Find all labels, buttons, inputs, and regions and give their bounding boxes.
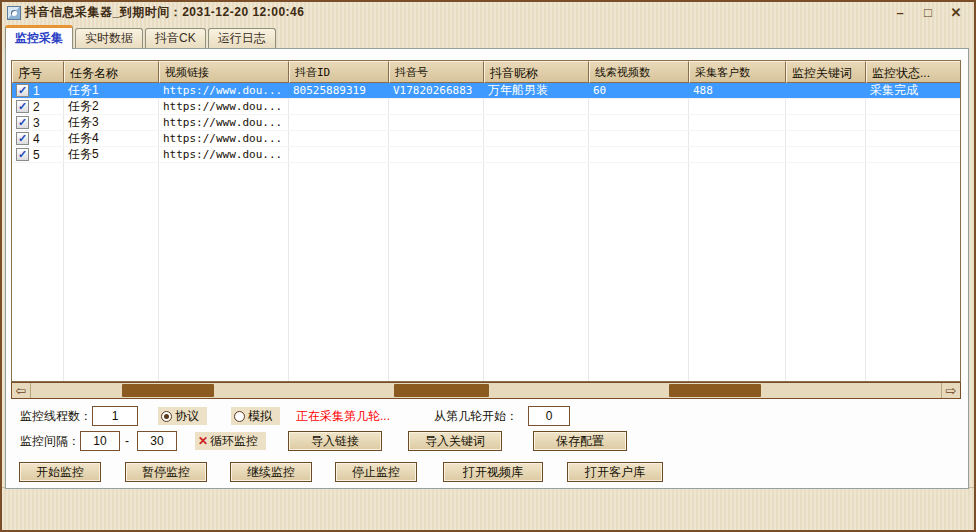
scroll-right-icon[interactable]: ⇨: [941, 383, 960, 398]
col-header-nickname[interactable]: 抖音昵称: [484, 61, 589, 83]
table-cell: [689, 115, 786, 130]
title-bar[interactable]: 抖音信息采集器_到期时间：2031-12-20 12:00:46 – □ ✕: [2, 2, 974, 23]
table-cell: [589, 131, 689, 146]
protocol-radio-option[interactable]: 协议: [158, 407, 207, 425]
scrollbar-thumb[interactable]: [394, 384, 489, 397]
table-cell: [589, 147, 689, 162]
table-row[interactable]: ✓4任务4https://www.dou...: [12, 131, 960, 147]
protocol-label: 协议: [175, 408, 199, 425]
app-window: 抖音信息采集器_到期时间：2031-12-20 12:00:46 – □ ✕ 监…: [0, 0, 976, 532]
simulate-label: 模拟: [248, 408, 272, 425]
scroll-left-icon[interactable]: ⇦: [12, 383, 31, 398]
maximize-icon[interactable]: □: [920, 5, 936, 20]
table-cell: [786, 147, 866, 162]
loop-monitor-x-icon: ✕: [198, 434, 208, 448]
row-checkbox[interactable]: ✓: [16, 116, 29, 129]
table-cell: 采集完成: [866, 83, 960, 98]
import-links-button[interactable]: 导入链接: [288, 431, 382, 451]
open-customer-library-button[interactable]: 打开客户库: [567, 462, 663, 482]
table-cell: [589, 115, 689, 130]
col-header-keywords[interactable]: 监控关键词: [786, 61, 866, 83]
interval-from-input[interactable]: [80, 431, 120, 451]
row-index: 3: [33, 116, 40, 130]
task-table: 序号 任务名称 视频链接 抖音ID 抖音号 抖音昵称 线索视频数 采集客户数 监…: [11, 60, 961, 382]
table-row[interactable]: ✓5任务5https://www.dou...: [12, 147, 960, 163]
col-header-customers[interactable]: 采集客户数: [689, 61, 786, 83]
simulate-radio-icon[interactable]: [234, 411, 245, 422]
table-cell: [786, 115, 866, 130]
table-body: ✓1任务1https://www.dou...80525889319V17820…: [12, 83, 960, 163]
table-cell: https://www.dou...: [159, 115, 289, 130]
table-cell: ✓5: [12, 147, 64, 162]
save-config-button[interactable]: 保存配置: [533, 431, 627, 451]
table-cell: [289, 99, 389, 114]
tab-realtime-data[interactable]: 实时数据: [75, 28, 143, 48]
tab-monitor-collect[interactable]: 监控采集: [5, 25, 73, 49]
interval-settings-row: 监控间隔： - ✕ 循环监控 导入链接 导入关键词 保存配置: [20, 430, 964, 452]
tab-page-monitor-collect: 序号 任务名称 视频链接 抖音ID 抖音号 抖音昵称 线索视频数 采集客户数 监…: [5, 48, 969, 489]
table-cell: [484, 131, 589, 146]
table-cell: 任务2: [64, 99, 159, 114]
table-cell: [389, 99, 484, 114]
table-row[interactable]: ✓1任务1https://www.dou...80525889319V17820…: [12, 83, 960, 99]
tab-run-log[interactable]: 运行日志: [208, 28, 276, 48]
scrollbar-track[interactable]: [31, 383, 941, 398]
table-cell: V17820266883: [389, 83, 484, 98]
row-index: 2: [33, 100, 40, 114]
table-cell: [389, 115, 484, 130]
table-row[interactable]: ✓3任务3https://www.dou...: [12, 115, 960, 131]
table-cell: 任务1: [64, 83, 159, 98]
table-cell: [866, 99, 960, 114]
row-checkbox[interactable]: ✓: [16, 100, 29, 113]
interval-to-input[interactable]: [137, 431, 177, 451]
table-row[interactable]: ✓2任务2https://www.dou...: [12, 99, 960, 115]
table-cell: 488: [689, 83, 786, 98]
close-icon[interactable]: ✕: [948, 5, 964, 20]
tab-douyin-ck[interactable]: 抖音CK: [145, 28, 206, 48]
row-checkbox[interactable]: ✓: [16, 84, 29, 97]
protocol-radio-icon[interactable]: [161, 411, 172, 422]
thread-count-label: 监控线程数：: [20, 408, 92, 425]
loop-monitor-checkbox[interactable]: ✕ 循环监控: [195, 432, 266, 450]
simulate-radio-option[interactable]: 模拟: [231, 407, 280, 425]
import-keywords-button[interactable]: 导入关键词: [408, 431, 502, 451]
col-header-lead-videos[interactable]: 线索视频数: [589, 61, 689, 83]
col-header-douyin-no[interactable]: 抖音号: [389, 61, 484, 83]
col-header-video-link[interactable]: 视频链接: [159, 61, 289, 83]
table-cell: 万年船男装: [484, 83, 589, 98]
table-cell: https://www.dou...: [159, 147, 289, 162]
start-round-label: 从第几轮开始：: [434, 408, 518, 425]
row-checkbox[interactable]: ✓: [16, 132, 29, 145]
table-cell: [484, 115, 589, 130]
row-index: 4: [33, 132, 40, 146]
horizontal-scrollbar[interactable]: ⇦ ⇨: [11, 382, 961, 399]
start-round-input[interactable]: [528, 406, 570, 426]
col-header-douyin-id[interactable]: 抖音ID: [289, 61, 389, 83]
tab-bar: 监控采集 实时数据 抖音CK 运行日志: [3, 24, 973, 48]
table-cell: [289, 131, 389, 146]
table-cell: https://www.dou...: [159, 131, 289, 146]
table-cell: [866, 131, 960, 146]
window-title: 抖音信息采集器_到期时间：2031-12-20 12:00:46: [25, 4, 304, 21]
scrollbar-thumb[interactable]: [669, 384, 761, 397]
stop-monitor-button[interactable]: 停止监控: [335, 462, 417, 482]
table-empty-area: [12, 163, 960, 381]
row-checkbox[interactable]: ✓: [16, 148, 29, 161]
col-header-status[interactable]: 监控状态...: [866, 61, 960, 83]
col-header-task-name[interactable]: 任务名称: [64, 61, 159, 83]
row-index: 1: [33, 84, 40, 98]
open-video-library-button[interactable]: 打开视频库: [443, 462, 543, 482]
action-buttons-row: 开始监控 暂停监控 继续监控 停止监控 打开视频库 打开客户库: [19, 461, 964, 483]
scrollbar-thumb[interactable]: [122, 384, 214, 397]
thread-count-input[interactable]: [92, 406, 138, 426]
window-controls: – □ ✕: [892, 5, 964, 20]
interval-dash: -: [125, 434, 129, 448]
table-cell: https://www.dou...: [159, 99, 289, 114]
pause-monitor-button[interactable]: 暂停监控: [125, 462, 207, 482]
col-header-index[interactable]: 序号: [12, 61, 64, 83]
resume-monitor-button[interactable]: 继续监控: [230, 462, 312, 482]
table-cell: [786, 99, 866, 114]
minimize-icon[interactable]: –: [892, 5, 908, 20]
start-monitor-button[interactable]: 开始监控: [19, 462, 101, 482]
table-cell: [689, 99, 786, 114]
